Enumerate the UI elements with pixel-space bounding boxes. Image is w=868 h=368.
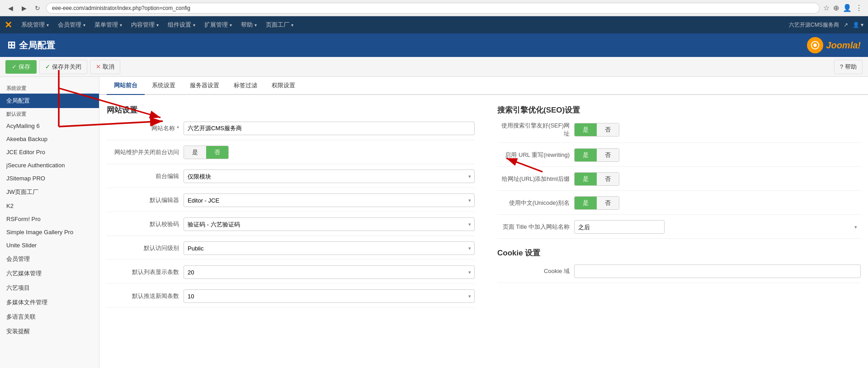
select-default-captcha[interactable]: 验证码 - 六艺验证码 [184, 217, 475, 231]
select-list-count[interactable]: 20 [184, 265, 475, 279]
toggle-unicode-no[interactable]: 否 [597, 197, 619, 209]
toggle-unicode-yes[interactable]: 是 [575, 197, 597, 209]
select-default-editor[interactable]: Editor - JCE [184, 193, 475, 207]
select-frontend-edit[interactable]: 仅限模块 [184, 170, 475, 183]
label-rewrite: 启用 URL 重写(rewriting) [497, 151, 570, 159]
content-area: 网站前台 系统设置 服务器设置 标签过滤 权限设置 网站设置 网站名称 * [99, 77, 868, 368]
form-group-default-editor: 默认编辑器 Editor - JCE ▾ [107, 193, 475, 212]
select-page-title-wrapper: 之后 ▾ [574, 220, 861, 234]
browser-menu-icon[interactable]: ⋮ [855, 4, 863, 12]
sidebar-item-member-mgmt[interactable]: 会员管理 [0, 252, 99, 266]
save-button[interactable]: ✓ 保存 [5, 60, 37, 74]
label-feed-count: 默认推送新闻条数 [107, 292, 179, 300]
toggle-rewrite-no[interactable]: 否 [597, 149, 619, 161]
nav-arrow-help: ▾ [255, 23, 257, 28]
tab-website-frontend[interactable]: 网站前台 [107, 77, 145, 95]
nav-item-pagefactory[interactable]: 页面工厂 ▾ [261, 16, 298, 33]
tab-permissions[interactable]: 权限设置 [264, 77, 302, 95]
left-column: 网站设置 网站名称 * 网站维护并关闭前台访问 是 否 [107, 102, 475, 313]
tabs: 网站前台 系统设置 服务器设置 标签过滤 权限设置 [99, 77, 868, 95]
toggle-maintenance: 是 否 [184, 146, 229, 159]
page-header: ⊞ 全局配置 Joomla! [0, 33, 868, 57]
help-button[interactable]: ? 帮助 [834, 60, 863, 74]
nav-item-help[interactable]: 帮助 ▾ [236, 16, 261, 33]
form-group-frontend-edit: 前台编辑 仅限模块 ▾ [107, 170, 475, 188]
toggle-rewrite: 是 否 [574, 148, 619, 162]
form-group-html-suffix: 给网址(URL)添加html后缀 是 否 [497, 172, 861, 191]
input-site-name[interactable] [184, 122, 475, 135]
select-feed-count[interactable]: 10 [184, 289, 475, 303]
form-group-unicode: 使用中文(Unicode)别名 是 否 [497, 196, 861, 215]
sidebar-item-jce[interactable]: JCE Editor Pro [0, 146, 99, 159]
sidebar-item-liuyi-media[interactable]: 六艺媒体管理 [0, 266, 99, 281]
nav-user-icon[interactable]: 👤 ▾ [853, 22, 863, 28]
sidebar-item-multilang[interactable]: 多语言关联 [0, 310, 99, 324]
sidebar-item-multimedia[interactable]: 多媒体文件管理 [0, 295, 99, 310]
nav-arrow-components: ▾ [193, 23, 195, 28]
label-list-count: 默认列表显示条数 [107, 268, 179, 276]
sidebar-item-rsform[interactable]: RSForm! Pro [0, 212, 99, 226]
toggle-html-suffix-yes[interactable]: 是 [575, 173, 597, 185]
sidebar-item-k2[interactable]: K2 [0, 199, 99, 212]
form-group-list-count: 默认列表显示条数 20 ▾ [107, 265, 475, 284]
select-page-title[interactable]: 之后 [574, 220, 665, 234]
save-close-check-icon: ✓ [45, 63, 50, 70]
sidebar-item-unite-slider[interactable]: Unite Slider [0, 239, 99, 252]
sidebar-item-install-remind[interactable]: 安装提醒 [0, 324, 99, 339]
sidebar-item-liuyi-project[interactable]: 六艺项目 [0, 281, 99, 295]
input-cookie-domain[interactable] [574, 264, 861, 278]
select-default-captcha-wrapper: 验证码 - 六艺验证码 ▾ [184, 217, 475, 231]
sidebar-item-jsitemap[interactable]: JSitemap PRO [0, 172, 99, 185]
user-account-icon[interactable]: 👤 [843, 4, 852, 12]
sidebar-item-acymailing[interactable]: AcyMailing 6 [0, 119, 99, 132]
select-list-count-wrapper: 20 ▾ [184, 265, 475, 279]
label-html-suffix: 给网址(URL)添加html后缀 [497, 175, 570, 183]
save-close-button[interactable]: ✓ 保存并关闭 [39, 60, 87, 74]
label-site-name: 网站名称 * [107, 124, 179, 132]
sidebar-item-akeeba[interactable]: Akeeba Backup [0, 132, 99, 146]
nav-item-menu[interactable]: 菜单管理 ▾ [90, 16, 127, 33]
tab-server-settings[interactable]: 服务器设置 [183, 77, 226, 95]
tab-system-settings[interactable]: 系统设置 [145, 77, 183, 95]
select-access-level-wrapper: Public ▾ [184, 241, 475, 255]
select-access-level[interactable]: Public [184, 241, 475, 255]
back-button[interactable]: ◀ [5, 3, 15, 13]
toggle-maintenance-no[interactable]: 否 [206, 146, 228, 159]
joomla-icon [807, 37, 823, 53]
website-settings-title: 网站设置 [107, 105, 475, 115]
label-sef: 使用搜索引擎友好(SEF)网址 [497, 122, 570, 138]
star-icon[interactable]: ☆ [823, 4, 830, 12]
select-frontend-edit-wrapper: 仅限模块 ▾ [184, 170, 475, 183]
toggle-sef-no[interactable]: 否 [597, 123, 619, 136]
joomla-nav-logo: ✕ [5, 19, 12, 30]
toggle-html-suffix-no[interactable]: 否 [597, 173, 619, 185]
toggle-sef-yes[interactable]: 是 [575, 123, 597, 136]
label-maintenance: 网站维护并关闭前台访问 [107, 148, 179, 156]
toggle-maintenance-yes[interactable]: 是 [184, 146, 206, 159]
form-group-cookie-domain: Cookie 域 [497, 264, 861, 283]
select-page-title-arrow: ▾ [854, 224, 857, 230]
sidebar-item-jsecure[interactable]: jSecure Authentication [0, 159, 99, 172]
sidebar-item-simple-image-gallery[interactable]: Simple Image Gallery Pro [0, 226, 99, 239]
nav-item-member[interactable]: 会员管理 ▾ [53, 16, 90, 33]
extension-icon[interactable]: ⊕ [833, 4, 839, 12]
sidebar-section-title: 系统设置 [0, 82, 99, 94]
nav-item-system[interactable]: 系统管理 ▾ [17, 16, 53, 33]
label-access-level: 默认访问级别 [107, 244, 179, 252]
cancel-button[interactable]: ✕ 取消 [90, 60, 120, 74]
toggle-sef: 是 否 [574, 123, 619, 137]
nav-item-content[interactable]: 内容管理 ▾ [127, 16, 163, 33]
sidebar-item-global-config[interactable]: 全局配置 [0, 94, 99, 108]
address-bar[interactable] [46, 3, 820, 14]
label-cookie-domain: Cookie 域 [497, 267, 570, 275]
select-feed-count-wrapper: 10 ▾ [184, 289, 475, 303]
forward-button[interactable]: ▶ [19, 3, 29, 13]
page-title: 全局配置 [19, 39, 55, 52]
nav-item-extensions[interactable]: 扩展管理 ▾ [200, 16, 236, 33]
nav-item-components[interactable]: 组件设置 ▾ [163, 16, 200, 33]
tab-tag-filter[interactable]: 标签过滤 [226, 77, 264, 95]
sidebar-default-settings-title: 默认设置 [0, 108, 99, 119]
toggle-rewrite-yes[interactable]: 是 [575, 149, 597, 161]
sidebar-item-jw[interactable]: JW页面工厂 [0, 185, 99, 199]
refresh-button[interactable]: ↻ [33, 3, 42, 13]
